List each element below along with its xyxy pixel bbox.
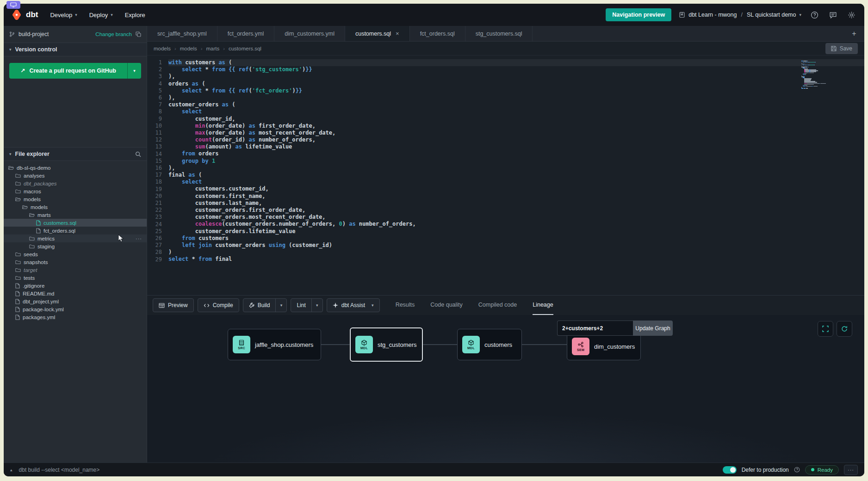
version-control-header[interactable]: ▾ Version control	[4, 43, 147, 56]
tree-item-staging[interactable]: staging	[4, 242, 147, 250]
panel-tab-compiled-code[interactable]: Compiled code	[478, 296, 517, 315]
tree-item-target[interactable]: target	[4, 266, 147, 274]
breadcrumb-item[interactable]: marts	[206, 46, 220, 51]
tree-item-metrics[interactable]: metrics···	[4, 234, 147, 242]
logo-text: dbt	[26, 10, 38, 19]
defer-toggle[interactable]	[723, 466, 737, 474]
help-icon[interactable]	[809, 9, 820, 20]
tab-src_jaffle_shop.yml[interactable]: src_jaffle_shop.yml	[147, 26, 217, 41]
menu-explore[interactable]: Explore	[125, 12, 145, 18]
code-token: (customer_orders.number_of_orders,	[222, 221, 339, 227]
panel-tab-code-quality[interactable]: Code quality	[430, 296, 463, 315]
tree-item-.gitignore[interactable]: .gitignore	[4, 282, 147, 290]
tree-item-packages.yml[interactable]: packages.yml	[4, 313, 147, 321]
minimap[interactable]	[801, 58, 831, 86]
row-menu-button[interactable]: ···	[136, 236, 142, 241]
panel-tab-results[interactable]: Results	[396, 296, 415, 315]
lineage-node-stg_customers[interactable]: MDLstg_customers	[350, 327, 423, 362]
file-icon	[15, 283, 20, 289]
tree-item-macros[interactable]: macros	[4, 187, 147, 195]
lineage-canvas[interactable]: SRCjaffle_shop.customersMDLstg_customers…	[147, 315, 864, 462]
tab-dim_customers.yml[interactable]: dim_customers.yml	[274, 26, 345, 41]
tree-item-db-sl-qs-demo[interactable]: db-sl-qs-demo	[4, 164, 147, 172]
panel-tab-lineage[interactable]: Lineage	[533, 296, 553, 315]
tree-item-snapshots[interactable]: snapshots	[4, 258, 147, 266]
tab-customers.sql[interactable]: customers.sql×	[345, 26, 410, 41]
close-icon[interactable]: ×	[396, 30, 399, 37]
collapse-statusbar-icon[interactable]: ▴	[10, 468, 12, 472]
new-tab-button[interactable]: +	[844, 26, 864, 41]
code-editor[interactable]: 1234567891011121314151617181920212223242…	[147, 56, 864, 295]
breadcrumb-item[interactable]: models	[180, 46, 197, 51]
tab-fct_orders.sql[interactable]: fct_orders.sql	[410, 26, 465, 41]
pr-dropdown-button[interactable]: ▾	[127, 63, 141, 79]
code-token: )	[292, 87, 295, 94]
tree-item-label: models	[24, 197, 41, 202]
folder-open-icon	[8, 165, 14, 170]
tab-fct_orders.yml[interactable]: fct_orders.yml	[217, 26, 275, 41]
tab-label: dim_customers.yml	[285, 31, 335, 37]
tree-item-README.md[interactable]: README.md	[4, 290, 147, 297]
code-line: customer_id,	[168, 116, 864, 123]
tree-item-label: dbt_packages	[24, 181, 57, 186]
build-dropdown-button[interactable]: ▾	[275, 299, 286, 312]
tree-item-dbt_project.yml[interactable]: dbt_project.yml	[4, 297, 147, 305]
gear-icon[interactable]	[846, 9, 857, 20]
lineage-node-dim_customers[interactable]: SEMdim_customers	[567, 333, 641, 360]
lint-dropdown-button[interactable]: ▾	[311, 299, 322, 312]
change-branch-link[interactable]: Change branch	[95, 31, 132, 37]
tree-item-models[interactable]: models	[4, 195, 147, 203]
code-token: )	[342, 221, 349, 227]
update-graph-button[interactable]: Update Graph	[633, 321, 673, 336]
folder-icon	[15, 173, 21, 178]
fullscreen-icon[interactable]	[818, 321, 833, 337]
preview-button[interactable]: Preview	[153, 298, 194, 312]
code-token: }}	[305, 66, 312, 73]
node-badge-label: SEM	[577, 348, 584, 352]
feedback-icon[interactable]	[827, 9, 838, 20]
file-explorer-header[interactable]: ▾ File explorer	[4, 147, 147, 161]
tree-item-label: macros	[24, 189, 41, 194]
create-pr-button[interactable]: ↗ Create a pull request on GitHub ▾	[9, 63, 141, 79]
tree-item-seeds[interactable]: seeds	[4, 250, 147, 258]
code-line: ),	[168, 73, 864, 80]
copy-icon[interactable]	[136, 31, 141, 37]
lineage-node-customers[interactable]: MDLcustomers	[457, 329, 522, 360]
tree-item-tests[interactable]: tests	[4, 274, 147, 282]
ide-status-badge[interactable]: Ready	[805, 465, 839, 475]
lint-button[interactable]: Lint▾	[291, 298, 322, 312]
defer-help-icon[interactable]	[794, 467, 800, 473]
breadcrumb-item[interactable]: models	[154, 46, 171, 51]
tree-item-models[interactable]: models	[4, 203, 147, 211]
build-button[interactable]: Build▾	[243, 298, 287, 312]
code-token	[168, 242, 182, 248]
tab-stg_customers.sql[interactable]: stg_customers.sql	[465, 26, 533, 41]
menu-develop[interactable]: Develop▾	[50, 12, 77, 18]
save-button[interactable]: Save	[825, 43, 858, 54]
folder-icon	[15, 181, 21, 186]
compile-button[interactable]: Compile	[198, 298, 239, 312]
tree-item-fct_orders.sql[interactable]: fct_orders.sql	[4, 227, 147, 234]
command-input-placeholder[interactable]: dbt build --select <model_name>	[19, 467, 100, 473]
refresh-icon[interactable]	[837, 321, 852, 337]
code-token: 1	[212, 158, 215, 164]
menu-deploy[interactable]: Deploy▾	[89, 12, 113, 18]
code-token: select	[168, 256, 188, 262]
project-breadcrumb[interactable]: dbt Learn - mwong / SL quickstart demo ▾	[679, 12, 801, 18]
tree-item-dbt_packages[interactable]: dbt_packages	[4, 179, 147, 187]
breadcrumb-item[interactable]: customers.sql	[229, 46, 261, 51]
file-icon	[15, 299, 20, 304]
more-options-button[interactable]: ···	[844, 465, 858, 475]
tree-item-customers.sql[interactable]: customers.sql	[4, 219, 147, 227]
code-icon	[204, 303, 210, 308]
lineage-node-jaffle_shop.customers[interactable]: SRCjaffle_shop.customers	[228, 329, 321, 360]
navigation-preview-button[interactable]: Navigation preview	[606, 8, 671, 21]
tree-item-package-lock.yml[interactable]: package-lock.yml	[4, 305, 147, 313]
lineage-search-input[interactable]	[557, 321, 633, 336]
code-token	[168, 66, 182, 73]
tree-item-marts[interactable]: marts	[4, 211, 147, 219]
tree-item-analyses[interactable]: analyses	[4, 172, 147, 179]
node-badge: SRC	[233, 336, 250, 353]
search-icon[interactable]	[135, 151, 141, 157]
dbt-assist-button[interactable]: dbt Assist▾	[327, 298, 380, 312]
